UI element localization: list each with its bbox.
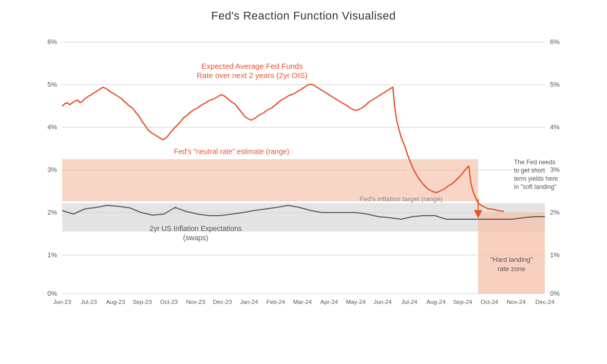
svg-text:Nov-24: Nov-24 <box>506 299 526 305</box>
inflation-target-label: Fed's inflation target (range) <box>359 195 443 203</box>
chart-title: Fed's Reaction Function Visualised <box>211 9 396 23</box>
svg-text:6%: 6% <box>47 38 57 46</box>
inflation-target-band <box>62 203 545 232</box>
svg-text:Jan-24: Jan-24 <box>240 299 258 305</box>
orange-label-line1: Expected Average Fed Funds <box>201 62 302 70</box>
inflation-swaps-label1: 2yr US Inflation Expectations <box>149 224 242 233</box>
hard-landing-label1: "Hard landing" <box>490 256 533 263</box>
svg-text:Oct-23: Oct-23 <box>160 299 178 305</box>
svg-text:Jun-24: Jun-24 <box>373 299 392 305</box>
svg-text:5%: 5% <box>550 81 560 88</box>
svg-text:Apr-24: Apr-24 <box>320 299 338 305</box>
hard-landing-label2: rate zone <box>498 265 525 273</box>
svg-text:3%: 3% <box>550 166 560 174</box>
svg-text:Jul-23: Jul-23 <box>81 299 97 305</box>
svg-text:Aug-24: Aug-24 <box>426 299 446 305</box>
fed-needs-label4: in "soft landing" <box>514 183 557 190</box>
neutral-rate-label: Fed's "neutral rate" estimate (range) <box>174 147 289 156</box>
svg-text:Dec-23: Dec-23 <box>213 299 232 305</box>
svg-text:Sep-23: Sep-23 <box>132 299 151 305</box>
svg-text:Jun-23: Jun-23 <box>53 299 71 305</box>
svg-text:0%: 0% <box>47 290 57 297</box>
svg-text:Feb-24: Feb-24 <box>267 299 286 305</box>
fed-needs-label2: to get short <box>514 167 545 174</box>
svg-text:2%: 2% <box>550 208 560 216</box>
svg-text:2%: 2% <box>47 208 57 216</box>
svg-text:Sep-24: Sep-24 <box>453 299 472 305</box>
svg-text:4%: 4% <box>550 123 560 131</box>
svg-text:1%: 1% <box>47 251 57 259</box>
svg-text:Dec-24: Dec-24 <box>535 299 555 305</box>
svg-text:4%: 4% <box>47 123 57 131</box>
inflation-swaps-label2: (swaps) <box>183 234 208 242</box>
chart-area: 6% 5% 4% 3% 2% 1% 0% 6% 5% 4% 3% 2% 1% 0… <box>31 27 576 314</box>
svg-text:Jul-24: Jul-24 <box>401 299 418 305</box>
svg-text:0%: 0% <box>550 290 560 297</box>
svg-text:6%: 6% <box>550 38 560 46</box>
svg-text:Oct-24: Oct-24 <box>481 299 499 305</box>
svg-text:3%: 3% <box>47 166 57 174</box>
hard-landing-band <box>478 213 545 294</box>
fed-needs-label1: The Fed needs <box>514 159 556 166</box>
svg-text:Aug-23: Aug-23 <box>106 299 125 305</box>
svg-text:Nov-23: Nov-23 <box>186 299 205 305</box>
svg-text:May-24: May-24 <box>346 299 366 305</box>
svg-text:Mar-24: Mar-24 <box>293 299 312 305</box>
orange-label-line2: Rate over next 2 years (2yr OIS) <box>197 71 308 80</box>
svg-text:5%: 5% <box>47 81 57 88</box>
chart-container: Fed's Reaction Function Visualised 6% 5%… <box>0 0 607 364</box>
chart-svg: 6% 5% 4% 3% 2% 1% 0% 6% 5% 4% 3% 2% 1% 0… <box>31 27 576 314</box>
fed-needs-label3: term yields here <box>514 175 558 182</box>
svg-text:1%: 1% <box>550 251 560 259</box>
